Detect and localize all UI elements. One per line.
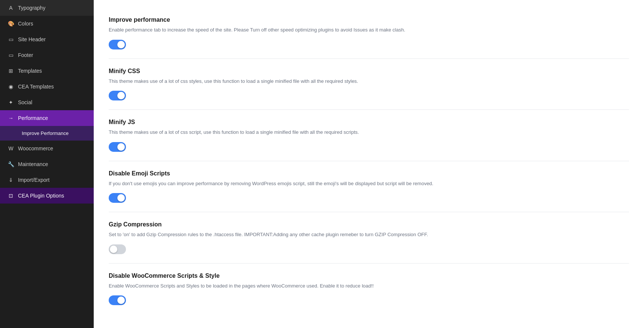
sidebar-item-performance[interactable]: →Performance bbox=[0, 110, 94, 126]
sidebar-item-label: Site Header bbox=[18, 36, 46, 42]
section-minify-js: Minify JSThis theme makes use of a lot o… bbox=[109, 110, 629, 161]
sidebar-item-typography[interactable]: ATypography bbox=[0, 0, 94, 16]
toggle-thumb bbox=[110, 246, 117, 253]
sidebar-item-footer[interactable]: ▭Footer bbox=[0, 47, 94, 63]
templates-icon: ⊞ bbox=[7, 67, 14, 74]
toggle-track bbox=[109, 193, 126, 203]
section-title: Disable WooCommerce Scripts & Style bbox=[109, 273, 629, 279]
sidebar-item-label: Footer bbox=[18, 52, 33, 58]
site-header-icon: ▭ bbox=[7, 36, 14, 43]
import-export-icon: ⇓ bbox=[7, 177, 14, 183]
sidebar-item-woocommerce[interactable]: WWoocommerce bbox=[0, 141, 94, 156]
sidebar-item-label: Colors bbox=[18, 21, 33, 27]
section-gzip-compression: Gzip CompressionSet to 'on' to add Gzip … bbox=[109, 212, 629, 264]
sidebar-item-label: CEA Templates bbox=[18, 84, 54, 90]
sidebar-item-colors[interactable]: 🎨Colors bbox=[0, 16, 94, 31]
toggle-improve-performance[interactable] bbox=[109, 40, 629, 49]
sidebar-item-label: Typography bbox=[18, 5, 45, 11]
performance-icon: → bbox=[7, 115, 14, 121]
section-title: Improve performance bbox=[109, 16, 629, 23]
cea-templates-icon: ◉ bbox=[7, 83, 14, 90]
toggle-switch[interactable] bbox=[109, 244, 126, 254]
sidebar-item-label: Improve Performance bbox=[22, 130, 69, 136]
section-title: Disable Emoji Scripts bbox=[109, 170, 629, 177]
sidebar-item-improve-performance[interactable]: Improve Performance bbox=[0, 126, 94, 141]
toggle-track bbox=[109, 295, 126, 305]
toggle-track bbox=[109, 142, 126, 152]
toggle-disable-emoji-scripts[interactable] bbox=[109, 193, 629, 203]
woocommerce-icon: W bbox=[7, 145, 14, 152]
sidebar-item-label: Social bbox=[18, 99, 32, 105]
toggle-minify-css[interactable] bbox=[109, 91, 629, 100]
sidebar-item-label: Maintenance bbox=[18, 161, 48, 167]
toggle-gzip-compression[interactable] bbox=[109, 244, 629, 254]
toggle-switch[interactable] bbox=[109, 91, 126, 100]
sidebar-item-templates[interactable]: ⊞Templates bbox=[0, 63, 94, 79]
sidebar-item-social[interactable]: ✦Social bbox=[0, 94, 94, 110]
sidebar-item-label: CEA Plugin Options bbox=[18, 193, 64, 199]
section-improve-performance: Improve performanceEnable performance ta… bbox=[109, 7, 629, 59]
section-title: Minify JS bbox=[109, 119, 629, 126]
section-title: Minify CSS bbox=[109, 68, 629, 75]
sidebar-item-label: Templates bbox=[18, 68, 42, 74]
colors-icon: 🎨 bbox=[7, 20, 14, 27]
toggle-switch[interactable] bbox=[109, 142, 126, 152]
section-desc: This theme makes use of a lot of css sty… bbox=[109, 78, 446, 85]
section-desc: If you don't use emojis you can improve … bbox=[109, 180, 446, 187]
typography-icon: A bbox=[7, 4, 14, 11]
sidebar-item-maintenance[interactable]: 🔧Maintenance bbox=[0, 156, 94, 172]
section-disable-woocommerce-scripts: Disable WooCommerce Scripts & StyleEnabl… bbox=[109, 264, 629, 315]
section-disable-emoji-scripts: Disable Emoji ScriptsIf you don't use em… bbox=[109, 161, 629, 213]
sidebar-item-label: Import/Export bbox=[18, 177, 49, 183]
toggle-thumb bbox=[117, 297, 125, 304]
toggle-disable-woocommerce-scripts[interactable] bbox=[109, 295, 629, 305]
toggle-switch[interactable] bbox=[109, 193, 126, 203]
social-icon: ✦ bbox=[7, 99, 14, 106]
toggle-track bbox=[109, 244, 126, 254]
section-title: Gzip Compression bbox=[109, 221, 629, 228]
sidebar-item-label: Performance bbox=[18, 115, 48, 121]
maintenance-icon: 🔧 bbox=[7, 161, 14, 168]
toggle-switch[interactable] bbox=[109, 40, 126, 49]
footer-icon: ▭ bbox=[7, 52, 14, 58]
toggle-thumb bbox=[117, 194, 125, 202]
toggle-track bbox=[109, 91, 126, 100]
sidebar: ATypography🎨Colors▭Site Header▭Footer⊞Te… bbox=[0, 0, 94, 328]
toggle-minify-js[interactable] bbox=[109, 142, 629, 152]
toggle-thumb bbox=[117, 92, 125, 99]
toggle-thumb bbox=[117, 41, 125, 48]
main-content: Improve performanceEnable performance ta… bbox=[94, 0, 644, 328]
section-desc: Set to 'on' to add Gzip Compression rule… bbox=[109, 231, 446, 238]
section-desc: Enable performance tab to increase the s… bbox=[109, 26, 446, 34]
sidebar-item-import-export[interactable]: ⇓Import/Export bbox=[0, 172, 94, 188]
sidebar-item-cea-plugin-options[interactable]: ⊡CEA Plugin Options bbox=[0, 188, 94, 204]
sidebar-item-site-header[interactable]: ▭Site Header bbox=[0, 31, 94, 47]
cea-plugin-options-icon: ⊡ bbox=[7, 192, 14, 199]
section-minify-css: Minify CSSThis theme makes use of a lot … bbox=[109, 59, 629, 110]
toggle-thumb bbox=[117, 143, 125, 151]
section-desc: Enable WooCommerce Scripts and Styles to… bbox=[109, 282, 446, 290]
sidebar-item-cea-templates[interactable]: ◉CEA Templates bbox=[0, 79, 94, 94]
toggle-track bbox=[109, 40, 126, 49]
section-desc: This theme makes use of a lot of css scr… bbox=[109, 129, 446, 136]
toggle-switch[interactable] bbox=[109, 295, 126, 305]
sidebar-item-label: Woocommerce bbox=[18, 145, 53, 151]
